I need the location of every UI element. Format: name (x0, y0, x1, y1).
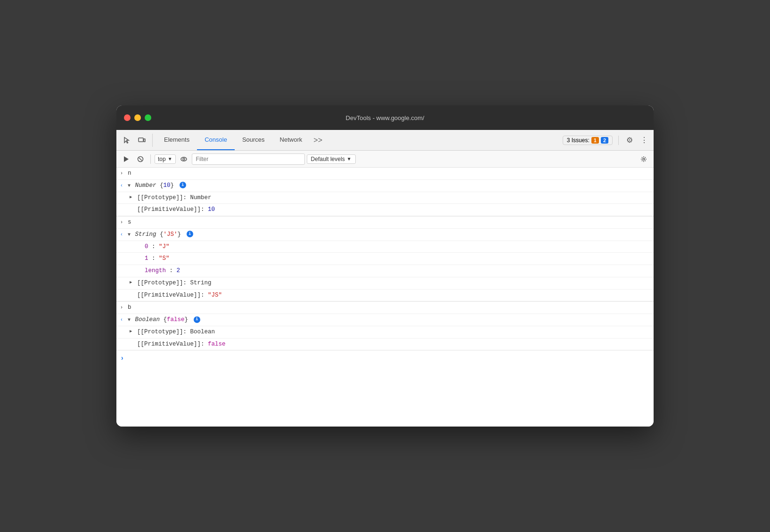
tab-network[interactable]: Network (272, 130, 310, 150)
svg-marker-2 (124, 156, 129, 162)
tab-elements[interactable]: Elements (156, 130, 197, 150)
prototype-arrow: ▶ (130, 194, 135, 201)
string-info-icon[interactable]: i (187, 231, 193, 237)
boolean-primitive-content: [[PrimitiveValue]]: false (137, 340, 650, 349)
number-output-content: ▼ Number {10} i (128, 181, 650, 190)
settings-icon[interactable]: ⚙ (624, 134, 635, 146)
warning-badge: 1 (591, 137, 599, 144)
clear-console-icon[interactable] (134, 153, 147, 165)
levels-selector[interactable]: Default levels ▼ (307, 154, 356, 164)
string-prototype-content: [[Prototype]]: String (137, 279, 650, 288)
number-primitive-content: [[PrimitiveValue]]: 10 (137, 205, 650, 214)
expand-string-caret[interactable]: ▼ (128, 231, 131, 238)
maximize-button[interactable] (145, 114, 151, 121)
info-badge: 2 (601, 137, 608, 144)
levels-label: Default levels (311, 156, 345, 162)
console-row-boolean-output: ‹ ▼ Boolean {false} i (116, 314, 654, 326)
b-input-content: b (128, 303, 650, 312)
window-title: DevTools - www.google.com/ (346, 114, 425, 121)
string-length-content: length : 2 (145, 266, 650, 275)
string-primitive-content: [[PrimitiveValue]]: "JS" (137, 291, 650, 300)
prototype-arrow-b: ▶ (130, 329, 135, 335)
console-row-n-input: › n (116, 168, 654, 180)
string-1-content: 1 : "S" (145, 254, 650, 263)
console-settings-icon[interactable] (638, 153, 650, 165)
console-prompt: › (116, 350, 654, 366)
console-row-string-length: ▶ length : 2 (116, 265, 654, 277)
console-row-string-0: ▶ 0 : "J" (116, 241, 654, 253)
boolean-prototype-content: [[Prototype]]: Boolean (137, 328, 650, 337)
console-input[interactable] (128, 355, 650, 362)
tab-bar: Elements Console Sources Network >> (156, 130, 563, 150)
string-0-content: 0 : "J" (145, 242, 650, 251)
tab-sources[interactable]: Sources (235, 130, 272, 150)
output-arrow-b: ‹ (120, 316, 126, 323)
console-row-number-prototype: ▶ [[Prototype]]: Number (116, 192, 654, 204)
svg-rect-0 (139, 138, 143, 142)
prompt-arrow: › (120, 354, 124, 363)
expand-boolean-caret[interactable]: ▼ (128, 316, 131, 323)
eye-icon[interactable] (178, 153, 190, 165)
divider (618, 136, 619, 145)
issues-label: 3 Issues: (567, 137, 590, 144)
levels-dropdown-icon: ▼ (347, 156, 352, 161)
minimize-button[interactable] (134, 114, 141, 121)
context-selector[interactable]: top ▼ (155, 154, 176, 164)
close-button[interactable] (124, 114, 131, 121)
svg-point-5 (181, 157, 187, 161)
toolbar-icons (120, 134, 153, 147)
n-input-content: n (128, 169, 650, 178)
cursor-icon[interactable] (120, 134, 133, 147)
console-row-string-output: ‹ ▼ String {'JS'} i (116, 229, 654, 241)
expand-number-caret[interactable]: ▼ (128, 182, 131, 189)
boolean-info-icon[interactable]: i (194, 316, 200, 323)
input-arrow-s: › (120, 219, 126, 226)
input-arrow-b: › (120, 304, 126, 311)
input-arrow: › (120, 170, 126, 177)
main-toolbar: Elements Console Sources Network >> 3 Is… (116, 130, 654, 151)
prototype-arrow-s: ▶ (130, 280, 135, 286)
traffic-lights (124, 114, 151, 121)
console-row-s-input: › s (116, 216, 654, 229)
filter-input[interactable] (192, 153, 305, 165)
number-prototype-content: [[Prototype]]: Number (137, 193, 650, 202)
console-content: › n ‹ ▼ Number {10} i ▶ [[Prototype]]: N… (116, 168, 654, 427)
more-tabs-button[interactable]: >> (310, 136, 326, 145)
svg-point-6 (183, 158, 185, 160)
more-options-icon[interactable]: ⋮ (639, 134, 650, 146)
context-dropdown-icon: ▼ (168, 156, 172, 161)
console-row-boolean-primitive: ▶ [[PrimitiveValue]]: false (116, 339, 654, 351)
svg-rect-1 (144, 139, 145, 142)
svg-line-4 (139, 158, 142, 161)
console-row-b-input: › b (116, 301, 654, 314)
console-row-string-prototype: ▶ [[Prototype]]: String (116, 277, 654, 290)
output-arrow: ‹ (120, 182, 126, 189)
console-row-string-1: ▶ 1 : "S" (116, 253, 654, 265)
s-input-content: s (128, 218, 650, 227)
console-toolbar-divider (150, 154, 151, 164)
number-info-icon[interactable]: i (180, 182, 186, 188)
string-output-content: ▼ String {'JS'} i (128, 230, 650, 239)
issues-badge[interactable]: 3 Issues: 1 2 (563, 136, 613, 145)
console-row-number-primitive: ▶ [[PrimitiveValue]]: 10 (116, 204, 654, 216)
device-toggle-icon[interactable] (135, 134, 148, 147)
context-label: top (158, 156, 166, 162)
execute-icon[interactable] (120, 153, 132, 165)
tab-console[interactable]: Console (197, 130, 235, 150)
toolbar-right: 3 Issues: 1 2 ⚙ ⋮ (563, 134, 650, 146)
boolean-output-content: ▼ Boolean {false} i (128, 315, 650, 324)
devtools-window: DevTools - www.google.com/ Elements Cons… (116, 105, 654, 427)
console-toolbar: top ▼ Default levels ▼ (116, 151, 654, 168)
svg-point-7 (643, 158, 645, 160)
console-row-number-output: ‹ ▼ Number {10} i (116, 180, 654, 192)
console-row-boolean-prototype: ▶ [[Prototype]]: Boolean (116, 326, 654, 339)
console-row-string-primitive: ▶ [[PrimitiveValue]]: "JS" (116, 290, 654, 302)
titlebar: DevTools - www.google.com/ (116, 105, 654, 130)
output-arrow-s: ‹ (120, 231, 126, 238)
